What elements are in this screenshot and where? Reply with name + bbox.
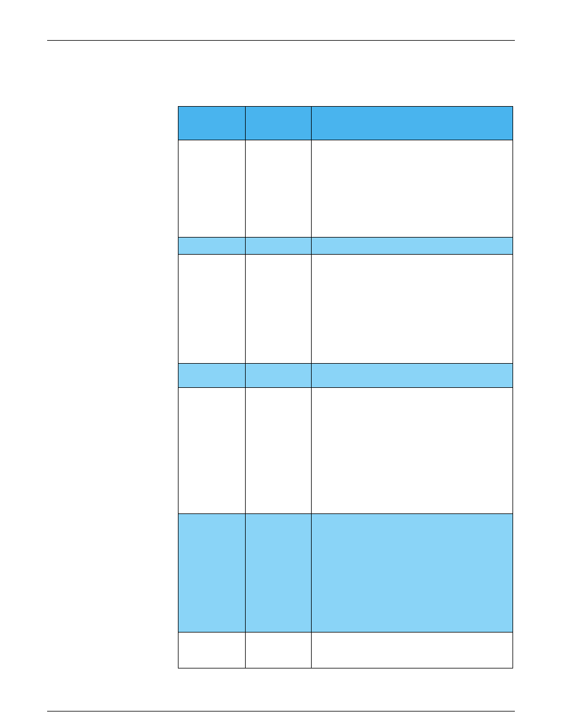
cell [246, 514, 312, 633]
table-row [178, 140, 513, 238]
data-table [178, 106, 513, 668]
cell [178, 140, 246, 238]
cell [246, 255, 312, 364]
cell [178, 388, 246, 514]
table-row [178, 633, 513, 668]
header-cell [178, 107, 246, 140]
table-row [178, 238, 513, 255]
table-row [178, 514, 513, 633]
cell [246, 388, 312, 514]
table-header-row [178, 107, 513, 140]
cell [246, 364, 312, 388]
cell [246, 238, 312, 255]
header-cell [312, 107, 513, 140]
cell [178, 633, 246, 668]
cell [178, 364, 246, 388]
cell [312, 238, 513, 255]
cell [178, 238, 246, 255]
cell [312, 140, 513, 238]
cell [312, 255, 513, 364]
bottom-rule [47, 711, 515, 711]
cell [312, 633, 513, 668]
document-page [0, 40, 562, 728]
top-rule [47, 40, 515, 41]
table-row [178, 388, 513, 514]
table-row [178, 364, 513, 388]
cell [178, 255, 246, 364]
cell [312, 388, 513, 514]
cell [312, 364, 513, 388]
header-cell [246, 107, 312, 140]
table-row [178, 255, 513, 364]
cell [246, 633, 312, 668]
cell [312, 514, 513, 633]
cell [246, 140, 312, 238]
cell [178, 514, 246, 633]
